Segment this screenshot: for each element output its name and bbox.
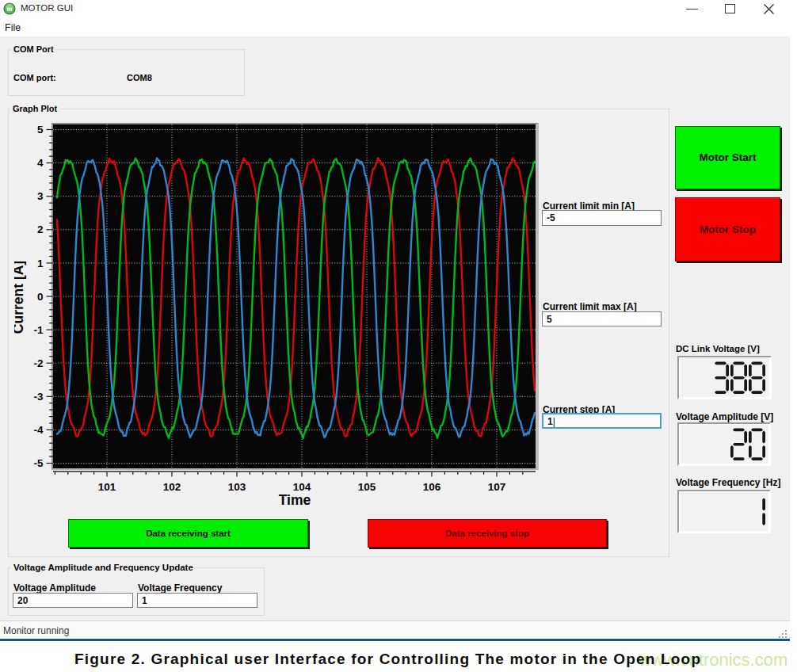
svg-text:-3: -3: [33, 391, 43, 403]
svg-text:-2: -2: [33, 357, 43, 369]
svg-text:104: 104: [293, 481, 311, 493]
svg-text:Time: Time: [279, 492, 311, 508]
svg-text:in: in: [7, 6, 13, 13]
svg-text:3: 3: [37, 190, 44, 202]
svg-text:1: 1: [37, 258, 44, 269]
svg-text:2: 2: [37, 223, 44, 235]
svg-text:-5: -5: [33, 457, 43, 469]
svg-text:103: 103: [228, 481, 246, 493]
svg-text:5: 5: [37, 124, 44, 136]
svg-text:-1: -1: [33, 324, 43, 336]
svg-text:106: 106: [423, 481, 441, 493]
svg-text:107: 107: [488, 481, 506, 493]
svg-text:4: 4: [37, 157, 44, 169]
svg-text:102: 102: [163, 481, 181, 493]
svg-text:Current [A]: Current [A]: [14, 261, 26, 334]
svg-text:105: 105: [358, 481, 376, 493]
svg-text:0: 0: [37, 291, 44, 303]
svg-text:-4: -4: [33, 424, 43, 436]
svg-text:101: 101: [98, 481, 116, 493]
